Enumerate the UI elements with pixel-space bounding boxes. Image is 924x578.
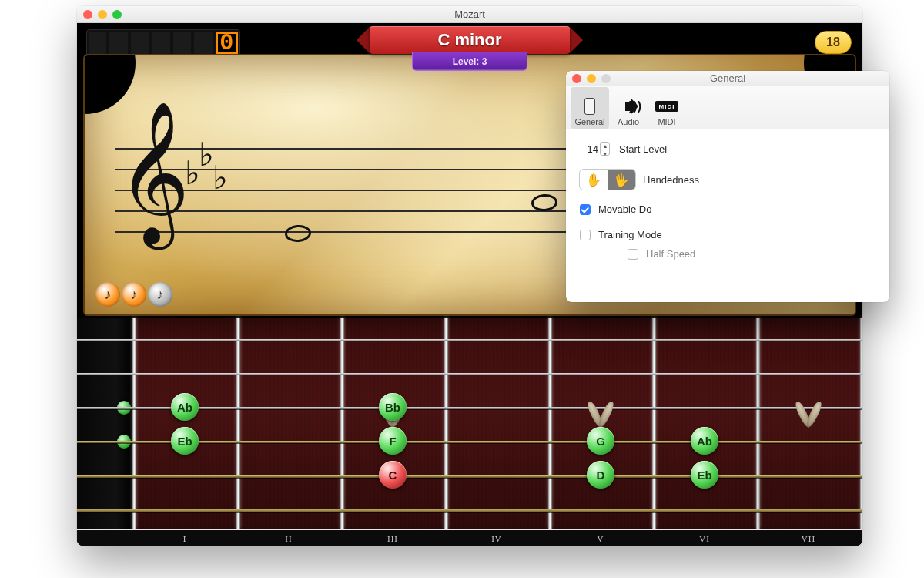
fret-roman: I bbox=[183, 534, 187, 543]
handedness-label: Handedness bbox=[643, 174, 699, 186]
tab-label: General bbox=[574, 117, 604, 126]
tab-label: MIDI bbox=[658, 117, 675, 126]
half-speed-checkbox[interactable] bbox=[628, 249, 638, 260]
fret-note-button[interactable]: G bbox=[587, 427, 614, 455]
zoom-icon[interactable] bbox=[112, 10, 122, 19]
handedness-segmented[interactable]: ✋ 🖐 bbox=[580, 170, 635, 190]
level-label: Level: 3 bbox=[412, 52, 527, 71]
midi-icon: MIDI bbox=[655, 101, 678, 112]
whole-note-icon bbox=[284, 224, 311, 243]
fret-note-button[interactable]: Bb bbox=[379, 393, 407, 421]
tab-audio[interactable]: ))) Audio bbox=[609, 87, 648, 129]
close-icon[interactable] bbox=[83, 10, 92, 19]
fret-note-button[interactable]: D bbox=[587, 461, 614, 489]
tab-label: Audio bbox=[618, 117, 639, 126]
movable-do-label: Movable Do bbox=[598, 203, 651, 215]
fret-roman: II bbox=[285, 534, 292, 543]
hint-orb-icon[interactable]: ♪ bbox=[95, 282, 120, 307]
streak-counter: 18 bbox=[815, 31, 852, 54]
hint-orb-icon: ♪ bbox=[148, 282, 172, 307]
movable-do-checkbox[interactable] bbox=[580, 204, 591, 215]
fret-note-button[interactable]: F bbox=[379, 427, 407, 455]
slider-icon bbox=[584, 98, 595, 115]
left-hand-icon[interactable]: ✋ bbox=[580, 170, 608, 190]
tab-general[interactable]: General bbox=[571, 87, 609, 129]
score-value: 0 bbox=[219, 30, 233, 56]
key-name: C minor bbox=[370, 26, 570, 54]
main-titlebar[interactable]: Mozart bbox=[77, 6, 862, 23]
prefs-window-title: General bbox=[566, 72, 889, 84]
fret-inlay-icon bbox=[798, 401, 819, 435]
fret-note-button[interactable]: Ab bbox=[171, 393, 199, 421]
training-mode-checkbox[interactable] bbox=[580, 230, 591, 240]
treble-clef-icon: 𝄞 bbox=[117, 111, 190, 234]
preferences-window: General General ))) Audio MIDI MIDI bbox=[566, 71, 889, 302]
fret-roman: VII bbox=[802, 534, 815, 543]
right-hand-icon[interactable]: 🖐 bbox=[608, 170, 635, 190]
fret-note-button[interactable]: Eb bbox=[171, 427, 199, 455]
fret-note-button[interactable]: Eb bbox=[691, 461, 718, 489]
fret-number-row: I II III IV V VI VII bbox=[77, 529, 862, 546]
fret-note-button[interactable]: C bbox=[379, 461, 407, 489]
fret-roman: IV bbox=[491, 534, 502, 543]
fret-roman: VI bbox=[699, 534, 710, 543]
training-mode-label: Training Mode bbox=[598, 229, 662, 240]
key-ribbon: C minor Level: 3 bbox=[370, 26, 570, 71]
fretboard[interactable]: I II III IV V VI VII bbox=[77, 318, 862, 546]
half-speed-label: Half Speed bbox=[646, 248, 695, 260]
prefs-toolbar: General ))) Audio MIDI MIDI bbox=[566, 86, 889, 129]
prefs-titlebar[interactable]: General bbox=[566, 71, 889, 86]
score-counter: 0 bbox=[86, 29, 240, 57]
start-level-label: Start Level bbox=[619, 143, 667, 155]
whole-note-icon bbox=[531, 193, 557, 212]
hint-orb-icon[interactable]: ♪ bbox=[122, 282, 146, 307]
fret-note-button[interactable]: Ab bbox=[691, 427, 718, 455]
start-level-value: 14 bbox=[581, 143, 598, 155]
tab-midi[interactable]: MIDI MIDI bbox=[648, 87, 686, 129]
window-title: Mozart bbox=[454, 8, 485, 20]
stepper-arrows-icon[interactable]: ▴▾ bbox=[600, 142, 610, 156]
fret-roman: V bbox=[598, 534, 604, 543]
hint-orbs: ♪ ♪ ♪ bbox=[95, 282, 172, 307]
fret-roman: III bbox=[387, 534, 398, 543]
start-level-stepper[interactable]: 14 ▴▾ bbox=[580, 142, 611, 156]
minimize-icon[interactable] bbox=[98, 10, 107, 19]
